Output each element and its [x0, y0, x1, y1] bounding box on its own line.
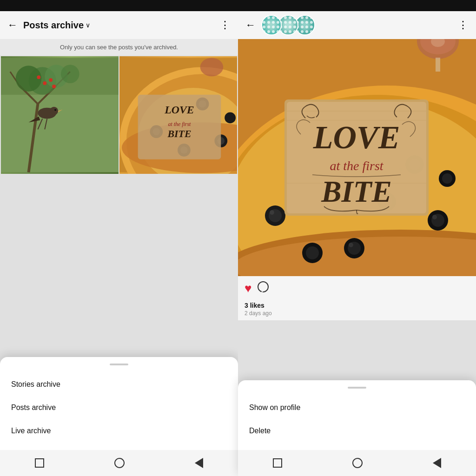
sheet-item-stories[interactable]: Stories archive [0, 373, 238, 396]
svg-point-62 [306, 246, 319, 259]
avatar-1 [261, 15, 282, 35]
more-options-left[interactable]: ⋮ [220, 19, 231, 31]
page-title-left: Posts archive [23, 20, 84, 31]
nav-circle-right[interactable] [352, 458, 363, 468]
sheet-handle-right [348, 387, 366, 389]
right-header: ← [238, 11, 476, 39]
photo-main: LOVE at the first BITE [238, 39, 476, 276]
nav-bar-left [0, 450, 238, 476]
nav-circle-left[interactable] [114, 458, 125, 468]
svg-point-10 [61, 65, 79, 83]
svg-text:BITE: BITE [321, 175, 392, 208]
left-header: ← Posts archive ∨ ⋮ [0, 11, 238, 39]
post-meta: 3 likes 2 days ago [238, 301, 476, 320]
svg-point-55 [349, 243, 353, 247]
svg-point-14 [52, 85, 56, 88]
svg-point-52 [270, 210, 274, 215]
svg-text:LOVE: LOVE [313, 119, 400, 155]
svg-text:BITE: BITE [167, 128, 192, 139]
main-container: ← Posts archive ∨ ⋮ Only you can see the… [0, 11, 476, 476]
svg-point-13 [37, 75, 40, 79]
sheet-item-show-profile[interactable]: Show on profile [238, 396, 476, 419]
svg-point-16 [50, 107, 58, 115]
grid-item-bird[interactable] [1, 56, 119, 174]
sheet-item-posts[interactable]: Posts archive [0, 396, 238, 419]
like-button[interactable]: ♥ [245, 281, 251, 296]
likes-count: 3 likes [245, 302, 469, 309]
svg-rect-69 [436, 58, 440, 72]
title-row-left: Posts archive ∨ [23, 20, 220, 31]
avatar-group [261, 15, 458, 35]
nav-back-left[interactable] [195, 458, 203, 468]
comment-button[interactable] [257, 281, 269, 296]
svg-text:at the first: at the first [168, 121, 192, 127]
sheet-handle-left [110, 364, 128, 365]
back-button-right[interactable]: ← [245, 19, 256, 31]
photo-grid: LOVE at the first BITE [0, 55, 238, 175]
back-button-left[interactable]: ← [7, 19, 18, 31]
post-date: 2 days ago [245, 310, 469, 317]
sheet-item-live[interactable]: Live archive [0, 419, 238, 443]
svg-point-11 [43, 81, 46, 85]
svg-rect-1 [1, 95, 119, 172]
sheet-item-delete[interactable]: Delete [238, 419, 476, 443]
nav-square-right[interactable] [273, 458, 282, 468]
archive-notice: Only you can see the posts you've archiv… [0, 39, 238, 55]
svg-point-58 [432, 215, 437, 219]
svg-point-35 [225, 112, 236, 124]
nav-bar-right [238, 450, 476, 476]
nav-back-right[interactable] [433, 458, 441, 468]
svg-point-18 [54, 109, 56, 111]
more-options-right[interactable]: ⋮ [458, 19, 469, 31]
post-actions: ♥ [238, 276, 476, 301]
nav-square-left[interactable] [35, 458, 44, 468]
svg-text:at the first: at the first [330, 159, 383, 173]
svg-point-64 [442, 173, 452, 184]
grid-item-pizza[interactable]: LOVE at the first BITE [119, 56, 237, 174]
chevron-down-icon-left[interactable]: ∨ [86, 21, 90, 29]
right-panel: ← [238, 11, 476, 476]
svg-point-12 [49, 78, 53, 82]
status-bar [0, 0, 476, 11]
svg-point-40 [200, 58, 224, 76]
left-panel: ← Posts archive ∨ ⋮ Only you can see the… [0, 11, 238, 476]
svg-text:LOVE: LOVE [164, 104, 194, 116]
